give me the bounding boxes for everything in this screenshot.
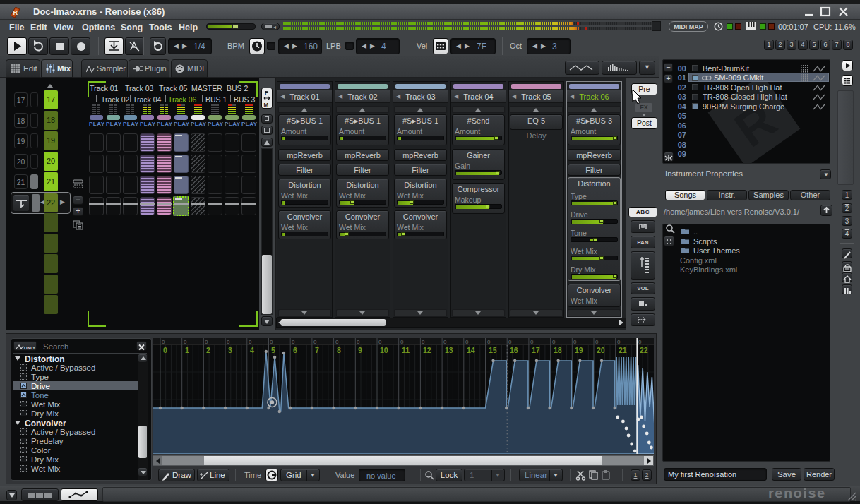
svg-text:0: 0 [292, 339, 295, 345]
svg-text:0: 0 [378, 339, 382, 345]
svg-text:0: 0 [163, 346, 167, 354]
svg-text:15: 15 [489, 346, 497, 354]
svg-text:9: 9 [358, 346, 362, 354]
svg-text:2: 2 [206, 346, 210, 354]
svg-text:0: 0 [400, 339, 404, 345]
svg-text:0: 0 [487, 339, 491, 345]
svg-text:20: 20 [597, 346, 605, 354]
svg-text:0: 0 [638, 339, 642, 345]
svg-text:6: 6 [293, 346, 297, 354]
svg-text:0: 0 [335, 339, 339, 345]
svg-text:18: 18 [554, 346, 562, 354]
svg-text:0: 0 [422, 339, 425, 345]
svg-text:1: 1 [185, 346, 189, 354]
svg-text:12: 12 [423, 346, 431, 354]
svg-text:R: R [13, 9, 18, 16]
svg-text:19: 19 [575, 346, 583, 354]
svg-text:0: 0 [443, 339, 447, 345]
svg-text:ONLY: ONLY [24, 346, 35, 350]
svg-text:13: 13 [445, 346, 453, 354]
svg-text:14: 14 [467, 346, 475, 354]
svg-text:0: 0 [270, 339, 273, 345]
svg-text:16: 16 [510, 346, 518, 354]
svg-text:0: 0 [357, 339, 360, 345]
svg-text:0: 0 [573, 339, 577, 345]
svg-text:17: 17 [532, 346, 540, 354]
svg-text:0: 0 [508, 339, 512, 345]
svg-text:3: 3 [228, 346, 232, 354]
svg-text:0: 0 [184, 339, 187, 345]
svg-text:P: P [265, 90, 269, 96]
svg-text:8: 8 [337, 346, 341, 354]
svg-text:0: 0 [552, 339, 556, 345]
svg-text:0: 0 [530, 339, 534, 345]
svg-text:0: 0 [595, 339, 599, 345]
svg-text:0: 0 [205, 339, 208, 345]
svg-text:22: 22 [640, 346, 648, 354]
svg-text:4: 4 [250, 346, 254, 354]
svg-text:M: M [264, 102, 269, 108]
svg-text:0: 0 [313, 339, 317, 345]
svg-text:0: 0 [249, 339, 252, 345]
svg-text:5: 5 [271, 346, 275, 354]
svg-text:0: 0 [465, 339, 469, 345]
svg-text:0: 0 [162, 339, 165, 345]
svg-text:11: 11 [402, 346, 410, 354]
svg-text:7: 7 [315, 346, 319, 354]
svg-text:21: 21 [619, 346, 627, 354]
svg-text:0: 0 [227, 339, 230, 345]
svg-text:10: 10 [380, 346, 388, 354]
svg-text:0: 0 [617, 339, 621, 345]
